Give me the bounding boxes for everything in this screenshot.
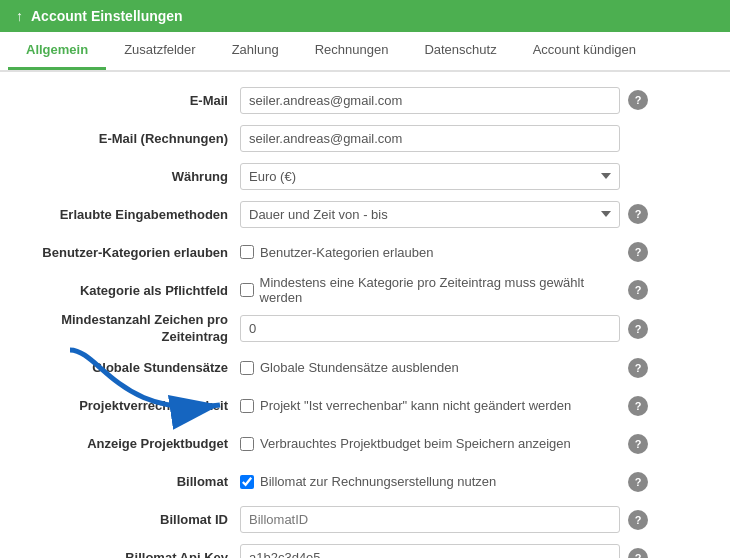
checkbox-kategorie-pflichtfeld[interactable]: [240, 283, 254, 297]
field-globale-stundensaetze: Globale Stundensätze Globale Stundensätz…: [20, 352, 710, 384]
checkbox-anzeige-projektbudget[interactable]: [240, 437, 254, 451]
checkbox-globale-stundensaetze[interactable]: [240, 361, 254, 375]
page-wrapper: ↑ Account Einstellungen Allgemein Zusatz…: [0, 0, 730, 558]
checkbox-projektverrechenbarkeit[interactable]: [240, 399, 254, 413]
label-billomat-id: Billomat ID: [20, 512, 240, 527]
label-mindestanzahl: Mindestanzahl Zeichen proZeiteintrag: [20, 312, 240, 346]
header-arrow-icon: ↑: [16, 8, 23, 24]
field-projektverrechenbarkeit: Projektverrechenbarkeit Projekt "Ist ver…: [20, 390, 710, 422]
control-email-rechnungen: [240, 125, 620, 152]
label-globale-stundensaetze: Globale Stundensätze: [20, 360, 240, 375]
label-waehrung: Währung: [20, 169, 240, 184]
tab-allgemein[interactable]: Allgemein: [8, 32, 106, 70]
checkbox-benutzer-kategorien[interactable]: [240, 245, 254, 259]
control-email: [240, 87, 620, 114]
label-benutzer-kategorien: Benutzer-Kategorien erlauben: [20, 245, 240, 260]
label-eingabemethoden: Erlaubte Eingabemethoden: [20, 207, 240, 222]
help-globale-stundensaetze[interactable]: ?: [628, 358, 648, 378]
checkbox-label-anzeige-projektbudget: Verbrauchtes Projektbudget beim Speicher…: [260, 436, 571, 451]
input-billomat-id[interactable]: [240, 506, 620, 533]
label-anzeige-projektbudget: Anzeige Projektbudget: [20, 436, 240, 451]
page-header: ↑ Account Einstellungen: [0, 0, 730, 32]
help-email[interactable]: ?: [628, 90, 648, 110]
label-billomat-api-key: Billomat Api Key: [20, 550, 240, 558]
checkbox-billomat[interactable]: [240, 475, 254, 489]
field-waehrung: Währung Euro (€) US Dollar ($) CHF: [20, 160, 710, 192]
checkbox-label-kategorie-pflichtfeld: Mindestens eine Kategorie pro Zeiteintra…: [260, 275, 620, 305]
help-projektverrechenbarkeit[interactable]: ?: [628, 396, 648, 416]
input-mindestanzahl[interactable]: [240, 315, 620, 342]
field-email: E-Mail ?: [20, 84, 710, 116]
checkbox-label-benutzer-kategorien: Benutzer-Kategorien erlauben: [260, 245, 433, 260]
tab-bar: Allgemein Zusatzfelder Zahlung Rechnunge…: [0, 32, 730, 72]
select-eingabemethoden[interactable]: Dauer und Zeit von - bis Nur Dauer Nur Z…: [240, 201, 620, 228]
form-content: E-Mail ? E-Mail (Rechnungen) Währung Eur…: [0, 72, 730, 558]
tab-zusatzfelder[interactable]: Zusatzfelder: [106, 32, 214, 70]
help-billomat[interactable]: ?: [628, 472, 648, 492]
tab-rechnungen[interactable]: Rechnungen: [297, 32, 407, 70]
label-projektverrechenbarkeit: Projektverrechenbarkeit: [20, 398, 240, 413]
help-benutzer-kategorien[interactable]: ?: [628, 242, 648, 262]
control-projektverrechenbarkeit: Projekt "Ist verrechenbar" kann nicht ge…: [240, 398, 620, 413]
tab-zahlung[interactable]: Zahlung: [214, 32, 297, 70]
input-email-rechnungen[interactable]: [240, 125, 620, 152]
tab-datenschutz[interactable]: Datenschutz: [406, 32, 514, 70]
label-email-rechnungen: E-Mail (Rechnungen): [20, 131, 240, 146]
field-anzeige-projektbudget: Anzeige Projektbudget Verbrauchtes Proje…: [20, 428, 710, 460]
checkbox-label-projektverrechenbarkeit: Projekt "Ist verrechenbar" kann nicht ge…: [260, 398, 571, 413]
field-benutzer-kategorien: Benutzer-Kategorien erlauben Benutzer-Ka…: [20, 236, 710, 268]
field-billomat: Billomat Billomat zur Rechnungserstellun…: [20, 466, 710, 498]
label-billomat: Billomat: [20, 474, 240, 489]
help-billomat-id[interactable]: ?: [628, 510, 648, 530]
control-mindestanzahl: [240, 315, 620, 342]
page-title: Account Einstellungen: [31, 8, 183, 24]
control-benutzer-kategorien: Benutzer-Kategorien erlauben: [240, 245, 620, 260]
field-kategorie-pflichtfeld: Kategorie als Pflichtfeld Mindestens ein…: [20, 274, 710, 306]
input-email[interactable]: [240, 87, 620, 114]
help-kategorie-pflichtfeld[interactable]: ?: [628, 280, 648, 300]
label-kategorie-pflichtfeld: Kategorie als Pflichtfeld: [20, 283, 240, 298]
tab-account-kuendigen[interactable]: Account kündigen: [515, 32, 654, 70]
field-billomat-id: Billomat ID ?: [20, 504, 710, 536]
checkbox-label-globale-stundensaetze: Globale Stundensätze ausblenden: [260, 360, 459, 375]
select-waehrung[interactable]: Euro (€) US Dollar ($) CHF: [240, 163, 620, 190]
label-email: E-Mail: [20, 93, 240, 108]
help-anzeige-projektbudget[interactable]: ?: [628, 434, 648, 454]
input-billomat-api-key[interactable]: [240, 544, 620, 558]
control-kategorie-pflichtfeld: Mindestens eine Kategorie pro Zeiteintra…: [240, 275, 620, 305]
help-mindestanzahl[interactable]: ?: [628, 319, 648, 339]
field-email-rechnungen: E-Mail (Rechnungen): [20, 122, 710, 154]
field-billomat-api-key: Billomat Api Key ?: [20, 542, 710, 558]
checkbox-label-billomat: Billomat zur Rechnungserstellung nutzen: [260, 474, 496, 489]
control-eingabemethoden: Dauer und Zeit von - bis Nur Dauer Nur Z…: [240, 201, 620, 228]
help-eingabemethoden[interactable]: ?: [628, 204, 648, 224]
control-waehrung: Euro (€) US Dollar ($) CHF: [240, 163, 620, 190]
control-globale-stundensaetze: Globale Stundensätze ausblenden: [240, 360, 620, 375]
control-billomat-id: [240, 506, 620, 533]
control-billomat: Billomat zur Rechnungserstellung nutzen: [240, 474, 620, 489]
field-mindestanzahl: Mindestanzahl Zeichen proZeiteintrag ?: [20, 312, 710, 346]
help-billomat-api-key[interactable]: ?: [628, 548, 648, 558]
control-anzeige-projektbudget: Verbrauchtes Projektbudget beim Speicher…: [240, 436, 620, 451]
control-billomat-api-key: [240, 544, 620, 558]
field-eingabemethoden: Erlaubte Eingabemethoden Dauer und Zeit …: [20, 198, 710, 230]
